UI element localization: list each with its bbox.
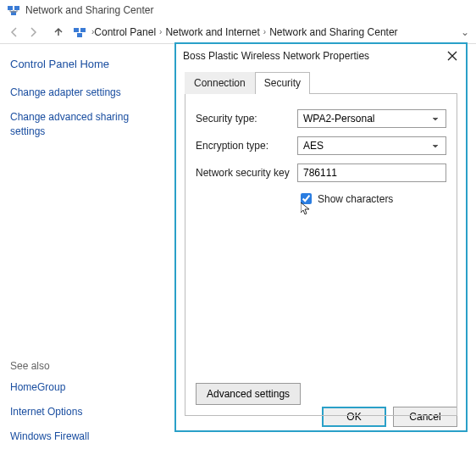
svg-rect-3 <box>74 28 79 32</box>
show-characters-checkbox[interactable] <box>301 193 312 204</box>
tab-security[interactable]: Security <box>255 72 310 94</box>
chevron-down-icon[interactable]: ⌄ <box>461 26 469 38</box>
svg-rect-1 <box>14 6 19 10</box>
breadcrumb-root-icon[interactable] <box>73 25 86 39</box>
breadcrumb: Control Panel › Network and Internet › N… <box>94 26 397 38</box>
see-also-heading: See also <box>10 360 159 372</box>
network-properties-dialog: Boss Plastic Wireless Network Properties… <box>174 42 468 432</box>
dialog-titlebar[interactable]: Boss Plastic Wireless Network Properties <box>176 44 466 68</box>
back-button[interactable] <box>7 25 22 40</box>
security-tab-panel: Security type: WPA2-Personal Encryption … <box>185 94 457 416</box>
sidebar-link-advanced-sharing[interactable]: Change advanced sharing settings <box>10 110 159 139</box>
encryption-type-label: Encryption type: <box>196 140 297 152</box>
chevron-right-icon[interactable]: › <box>159 27 162 36</box>
advanced-settings-button[interactable]: Advanced settings <box>196 383 301 405</box>
breadcrumb-item[interactable]: Network and Sharing Center <box>269 26 397 38</box>
breadcrumb-item[interactable]: Network and Internet <box>165 26 259 38</box>
cursor-icon <box>301 202 311 219</box>
main-pane: Boss Plastic Wireless Network Properties… <box>169 44 476 460</box>
encryption-type-select[interactable]: AES <box>297 136 446 155</box>
network-sharing-center-icon <box>7 3 20 17</box>
window-title-bar: Network and Sharing Center <box>0 0 476 20</box>
sidebar-link-internet-options[interactable]: Internet Options <box>10 405 159 419</box>
security-type-select[interactable]: WPA2-Personal <box>297 109 446 128</box>
sidebar-link-windows-firewall[interactable]: Windows Firewall <box>10 430 159 444</box>
sidebar-link-homegroup[interactable]: HomeGroup <box>10 380 159 395</box>
svg-rect-4 <box>80 28 86 32</box>
security-type-label: Security type: <box>196 113 297 125</box>
window-title: Network and Sharing Center <box>25 4 153 16</box>
tab-connection[interactable]: Connection <box>185 72 255 94</box>
chevron-right-icon[interactable]: › <box>263 27 266 36</box>
breadcrumb-item[interactable]: Control Panel <box>94 26 156 38</box>
network-key-label: Network security key <box>196 167 297 179</box>
svg-rect-0 <box>8 6 13 10</box>
navigation-bar: › Control Panel › Network and Internet ›… <box>0 20 476 44</box>
dialog-tabs: Connection Security <box>185 71 457 94</box>
up-button[interactable] <box>51 25 66 40</box>
show-characters-label: Show characters <box>318 193 393 205</box>
svg-rect-5 <box>77 33 82 37</box>
dialog-title: Boss Plastic Wireless Network Properties <box>183 50 369 62</box>
sidebar-link-adapter-settings[interactable]: Change adapter settings <box>10 86 159 100</box>
network-key-input[interactable] <box>297 163 446 182</box>
forward-button[interactable] <box>25 25 41 40</box>
sidebar-heading[interactable]: Control Panel Home <box>10 58 159 70</box>
close-icon[interactable] <box>446 49 459 63</box>
sidebar: Control Panel Home Change adapter settin… <box>0 44 169 460</box>
